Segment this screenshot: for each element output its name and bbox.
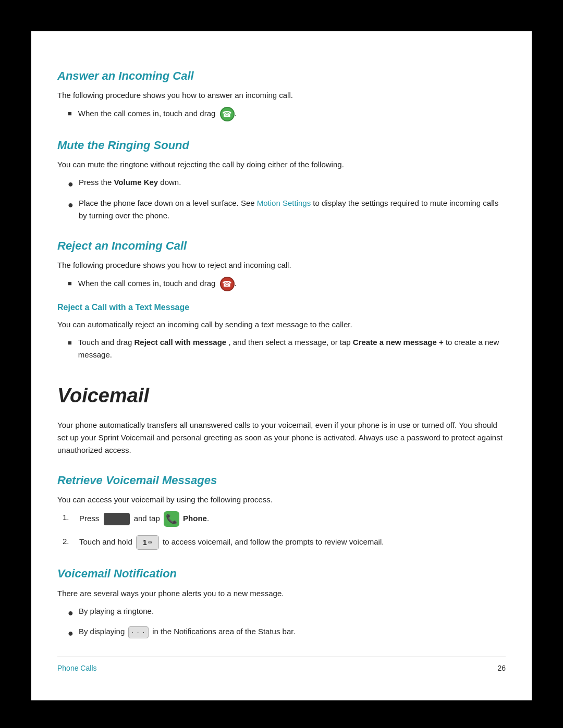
voicemail-notif-intro: There are several ways your phone alerts… [57,587,506,600]
reject-list: ■ When the call comes in, touch and drag… [68,277,506,291]
answer-list: ■ When the call comes in, touch and drag… [68,107,506,121]
create-message-bold: Create a new message + [353,338,444,347]
voicemail-heading: Voicemail [57,380,506,412]
bullet-dot-icon3: ● [68,606,74,621]
bullet-dot-icon4: ● [68,626,74,641]
notif-bullet2: ● By displaying · · · in the Notificatio… [68,625,506,641]
answer-intro: The following procedure shows you how to… [57,89,506,102]
mute-bullet2: ● Place the phone face down on a level s… [68,197,506,222]
volume-key-bold: Volume Key [114,178,158,187]
footer-page-number: 26 [497,662,506,674]
square-bullet-icon3: ■ [68,338,72,349]
reject-bullet-text: When the call comes in, touch and drag . [78,277,237,291]
reject-sub-intro: You can automatically reject an incoming… [57,318,506,331]
phone-bold: Phone [183,514,207,523]
reject-bullet-item: ■ When the call comes in, touch and drag… [68,277,506,291]
retrieve-step2: 2. Touch and hold 1∞ to access voicemail… [63,535,506,550]
voicemail-notif-heading: Voicemail Notification [57,564,506,583]
home-key-button [104,513,130,525]
step1-num: 1. [63,511,75,524]
answer-bullet-text: When the call comes in, touch and drag . [78,107,237,121]
retrieve-heading: Retrieve Voicemail Messages [57,471,506,489]
voicemail-intro: Your phone automatically transfers all u… [57,419,506,456]
reject-sub-bullet-item: ■ Touch and drag Reject call with messag… [68,336,506,361]
footer-chapter: Phone Calls [57,662,97,674]
notif-bullet1: ● By playing a ringtone. [68,605,506,621]
page-content: Answer an Incoming Call The following pr… [31,31,532,700]
phone-app-icon: 📞 [164,511,179,527]
square-bullet-icon2: ■ [68,278,72,289]
bullet-dot-icon2: ● [68,198,74,213]
reject-heading: Reject an Incoming Call [57,237,506,255]
reject-intro: The following procedure shows you how to… [57,259,506,272]
voicemail-key-icon: 1∞ [136,535,159,550]
step2-num: 2. [63,535,75,548]
red-phone-icon [220,277,235,291]
mute-heading: Mute the Ringing Sound [57,136,506,154]
reject-sub-list: ■ Touch and drag Reject call with messag… [68,336,506,361]
notif-dots-icon: · · · [128,626,149,638]
reject-call-bold: Reject call with message [134,338,226,347]
green-phone-icon [220,107,235,121]
mute-list: ● Press the Volume Key down. ● Place the… [68,176,506,222]
reject-sub-heading: Reject a Call with a Text Message [57,301,506,314]
retrieve-step1: 1. Press and tap 📞 Phone. [63,511,506,527]
retrieve-steps: 1. Press and tap 📞 Phone. 2. Touch and h… [63,511,506,550]
answer-bullet-item: ■ When the call comes in, touch and drag… [68,107,506,121]
mute-intro: You can mute the ringtone without reject… [57,158,506,171]
bullet-dot-icon: ● [68,177,74,192]
motion-settings-link[interactable]: Motion Settings [257,199,311,207]
retrieve-intro: You can access your voicemail by using t… [57,493,506,506]
page-footer: Phone Calls 26 [57,657,506,674]
square-bullet-icon: ■ [68,108,72,119]
mute-bullet1: ● Press the Volume Key down. [68,176,506,192]
answer-heading: Answer an Incoming Call [57,67,506,85]
notif-list: ● By playing a ringtone. ● By displaying… [68,605,506,641]
